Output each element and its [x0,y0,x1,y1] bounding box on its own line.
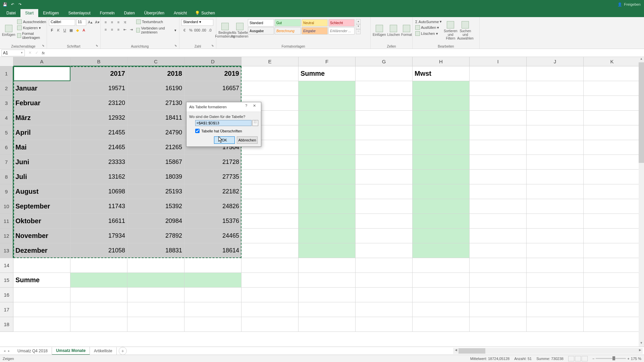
name-box[interactable]: A1▼ [1,50,25,56]
align-middle-button[interactable]: ≡ [109,19,115,25]
checkbox-input[interactable] [195,129,200,133]
cell[interactable] [470,125,527,140]
cell[interactable] [356,317,413,332]
cell[interactable] [299,170,356,184]
tab-review[interactable]: Überprüfen [140,9,169,17]
cell[interactable] [527,96,584,111]
cell[interactable] [299,317,356,332]
dec-decimal-button[interactable]: .0 [207,27,213,33]
dialog-ok-button[interactable]: OK [214,136,235,144]
delete-cells-button[interactable]: Löschen [387,19,400,42]
sheet-tab[interactable]: Umsatz Monate [52,347,90,355]
align-top-button[interactable]: ≡ [103,19,109,25]
insert-cells-button[interactable]: Einfügen [373,19,386,42]
cell[interactable] [241,229,299,243]
cell[interactable] [127,258,184,273]
row-header[interactable]: 18 [0,317,13,332]
column-header[interactable]: B [70,57,127,66]
wrap-text-button[interactable]: Textumbruch [136,19,177,24]
row-header[interactable]: 3 [0,96,13,111]
cell[interactable] [527,288,584,302]
cell[interactable] [584,155,641,170]
dialog-launcher-icon[interactable]: ⬊ [174,44,178,48]
cell[interactable]: 2018 [127,66,184,81]
tell-me-search[interactable]: 💡 Suchen [192,9,218,17]
cell[interactable]: 2017 [70,66,127,81]
cell[interactable]: 27735 [184,170,241,184]
cell[interactable] [184,302,241,317]
cell[interactable] [470,155,527,170]
column-header[interactable]: G [356,57,413,66]
cell[interactable]: 19571 [70,81,127,96]
cell[interactable] [470,317,527,332]
tab-formulas[interactable]: Formeln [95,9,119,17]
cell[interactable]: März [13,111,70,125]
cell[interactable] [127,288,184,302]
cell[interactable] [527,81,584,96]
dialog-launcher-icon[interactable]: ⬊ [42,44,46,48]
cell[interactable] [527,111,584,125]
orientation-button[interactable]: ⤭ [122,19,128,25]
cell[interactable] [470,302,527,317]
cell[interactable]: September [13,199,70,214]
cell[interactable] [527,125,584,140]
cell[interactable] [241,288,299,302]
row-header[interactable]: 6 [0,140,13,155]
align-center-button[interactable]: ≡ [109,26,115,33]
cell[interactable] [241,66,299,81]
font-name-select[interactable]: Calibri [49,19,75,26]
scroll-up-icon[interactable]: ▲ [639,57,644,62]
row-header[interactable]: 5 [0,125,13,140]
align-bottom-button[interactable]: ≡ [115,19,121,25]
cell[interactable] [299,243,356,258]
cell[interactable] [470,273,527,288]
align-right-button[interactable]: ≡ [115,26,121,33]
cell[interactable]: 27130 [127,96,184,111]
shrink-font-button[interactable]: A▾ [94,19,100,25]
cell[interactable] [299,302,356,317]
cell[interactable] [356,66,413,81]
column-header[interactable]: F [299,57,356,66]
cell[interactable] [470,229,527,243]
number-format-select[interactable]: Standard ▾ [181,19,213,26]
cell[interactable] [527,302,584,317]
cell[interactable]: 16190 [127,81,184,96]
redo-icon[interactable]: ↷ [17,1,23,7]
cell[interactable] [356,184,413,199]
cell[interactable] [299,96,356,111]
cell[interactable] [584,184,641,199]
cell[interactable] [184,317,241,332]
cell[interactable] [356,302,413,317]
share-button[interactable]: 👤 Freigeben [618,2,644,7]
cell[interactable]: 11743 [70,199,127,214]
cell[interactable]: 16611 [70,214,127,229]
font-size-select[interactable]: 11 [76,19,86,26]
border-button[interactable]: ▦ [68,27,74,33]
cell[interactable] [470,258,527,273]
tab-layout[interactable]: Seitenlayout [64,9,95,17]
cell[interactable] [241,302,299,317]
cell[interactable] [299,184,356,199]
cell[interactable] [584,125,641,140]
cell[interactable] [413,258,470,273]
cell[interactable] [127,273,184,288]
cell[interactable] [584,214,641,229]
cell[interactable]: 10698 [70,184,127,199]
dialog-range-input[interactable] [195,120,252,126]
cell[interactable]: 23120 [70,96,127,111]
tab-insert[interactable]: Einfügen [38,9,63,17]
fill-button[interactable]: Ausfüllen ▾ [415,25,442,30]
cell[interactable]: Dezember [13,243,70,258]
select-all-corner[interactable] [0,57,13,66]
cell[interactable] [241,184,299,199]
cell[interactable] [413,243,470,258]
row-header[interactable]: 17 [0,302,13,317]
cell[interactable] [413,273,470,288]
inc-decimal-button[interactable]: .00 [201,27,207,33]
cell[interactable] [241,317,299,332]
zoom-out-icon[interactable]: − [592,357,594,361]
percent-button[interactable]: % [188,27,194,33]
cell[interactable]: 2019 [184,66,241,81]
cell[interactable] [356,199,413,214]
cell[interactable] [584,302,641,317]
